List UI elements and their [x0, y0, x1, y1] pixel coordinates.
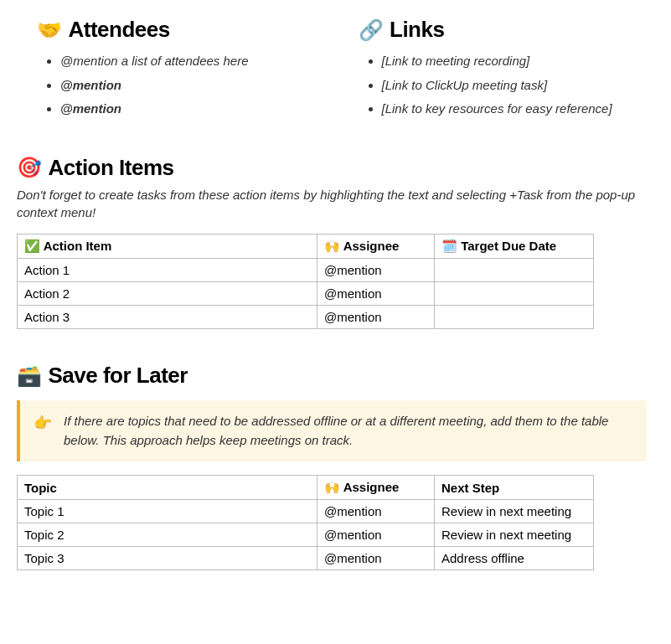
- cell-due[interactable]: [435, 259, 594, 282]
- check-icon: ✅: [24, 239, 40, 253]
- action-items-hint: Don't forget to create tasks from these …: [17, 186, 654, 223]
- cell-action-item[interactable]: Action 2: [18, 282, 317, 306]
- links-heading: 🔗 Links: [359, 17, 655, 43]
- save-later-title: Save for Later: [49, 363, 188, 389]
- links-title: Links: [390, 17, 444, 43]
- cell-next[interactable]: Address offline: [435, 547, 594, 570]
- attendees-list: @mention a list of attendees here @menti…: [37, 49, 333, 121]
- action-items-table: ✅ Action Item 🙌 Assignee 🗓️ Target Due D…: [17, 234, 594, 329]
- cell-topic[interactable]: Topic 3: [18, 547, 317, 570]
- raised-hands-icon: 🙌: [324, 480, 340, 494]
- link-icon: 🔗: [359, 18, 384, 42]
- cell-next[interactable]: Review in next meeting: [435, 500, 594, 523]
- action-items-title: Action Items: [49, 155, 174, 181]
- callout-text: If there are topics that need to be addr…: [64, 412, 633, 450]
- list-item[interactable]: [Link to meeting recording]: [382, 49, 655, 74]
- table-row[interactable]: Topic 1 @mention Review in next meeting: [18, 500, 594, 523]
- cell-assignee[interactable]: @mention: [317, 306, 435, 329]
- cell-next[interactable]: Review in next meeting: [435, 523, 594, 547]
- cell-action-item[interactable]: Action 1: [18, 259, 317, 282]
- list-item[interactable]: [Link to key resources for easy referenc…: [382, 97, 655, 121]
- list-item[interactable]: @mention a list of attendees here: [60, 49, 333, 74]
- cell-due[interactable]: [435, 282, 594, 306]
- table-header: ✅ Action Item: [18, 234, 317, 259]
- target-icon: 🎯: [17, 156, 42, 179]
- cell-assignee[interactable]: @mention: [317, 259, 435, 282]
- action-items-heading: 🎯 Action Items: [17, 155, 654, 181]
- table-row[interactable]: Action 3 @mention: [18, 306, 594, 329]
- attendees-heading: 🤝 Attendees: [37, 17, 333, 43]
- table-header: 🗓️ Target Due Date: [435, 234, 594, 259]
- save-later-heading: 🗃️ Save for Later: [17, 363, 654, 389]
- cell-assignee[interactable]: @mention: [317, 500, 435, 523]
- table-header: 🙌 Assignee: [317, 476, 435, 500]
- list-item[interactable]: @mention: [60, 97, 333, 121]
- table-row[interactable]: Topic 3 @mention Address offline: [18, 547, 594, 570]
- table-header: Topic: [18, 476, 317, 500]
- cell-assignee[interactable]: @mention: [317, 547, 435, 570]
- cell-assignee[interactable]: @mention: [317, 282, 435, 306]
- handshake-icon: 🤝: [37, 18, 62, 42]
- raised-hands-icon: 🙌: [324, 239, 340, 253]
- table-row[interactable]: Action 1 @mention: [18, 259, 594, 282]
- cell-action-item[interactable]: Action 3: [18, 306, 317, 329]
- table-row[interactable]: Topic 2 @mention Review in next meeting: [18, 523, 594, 547]
- table-header: Next Step: [435, 476, 594, 500]
- cell-topic[interactable]: Topic 2: [18, 523, 317, 547]
- pointing-right-icon: 👉: [34, 412, 52, 450]
- list-item[interactable]: [Link to ClickUp meeting task]: [382, 74, 655, 98]
- filebox-icon: 🗃️: [17, 364, 42, 388]
- cell-due[interactable]: [435, 306, 594, 329]
- attendees-title: Attendees: [69, 17, 170, 43]
- cell-topic[interactable]: Topic 1: [18, 500, 317, 523]
- table-row[interactable]: Action 2 @mention: [18, 282, 594, 306]
- links-list: [Link to meeting recording] [Link to Cli…: [359, 49, 655, 121]
- save-later-callout: 👉 If there are topics that need to be ad…: [17, 400, 647, 461]
- list-item[interactable]: @mention: [60, 74, 333, 98]
- save-later-table: Topic 🙌 Assignee Next Step Topic 1 @ment…: [17, 475, 594, 570]
- calendar-icon: 🗓️: [441, 239, 457, 253]
- cell-assignee[interactable]: @mention: [317, 523, 435, 547]
- table-header: 🙌 Assignee: [317, 234, 435, 259]
